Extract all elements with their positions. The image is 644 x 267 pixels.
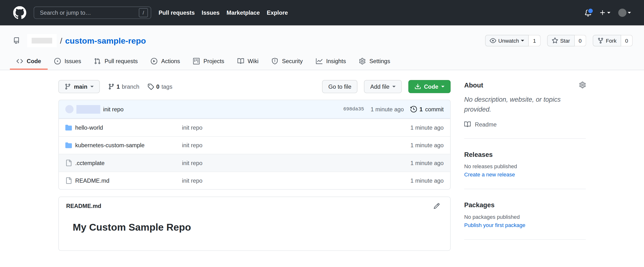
github-repo-page: / Pull requests Issues Marketplace Explo… xyxy=(0,0,644,267)
file-row[interactable]: .cctemplate init repo 1 minute ago xyxy=(59,154,450,172)
file-commit-time: 1 minute ago xyxy=(410,124,444,131)
main-content: main 1branch 0tags Go to file Add file xyxy=(58,80,586,251)
readme-filename: README.md xyxy=(66,203,101,209)
tags-link[interactable]: 0tags xyxy=(148,83,172,90)
file-commit-message[interactable]: init repo xyxy=(182,142,410,148)
file-icon xyxy=(65,160,72,166)
folder-icon xyxy=(65,142,72,148)
readme-card: README.md My Custom Sample Repo xyxy=(58,197,450,251)
repo-owner-redacted[interactable] xyxy=(27,34,57,47)
star-group: Star 0 xyxy=(547,35,586,46)
project-icon xyxy=(193,58,200,64)
code-download-button[interactable]: Code xyxy=(408,80,450,93)
commit-message-link[interactable]: init repo xyxy=(103,106,124,112)
tab-wiki[interactable]: Wiki xyxy=(231,53,265,70)
chevron-down-icon xyxy=(628,12,631,13)
file-commit-message[interactable]: init repo xyxy=(182,177,410,184)
issue-icon xyxy=(54,58,61,64)
file-name-link[interactable]: hello-world xyxy=(75,124,182,131)
history-icon xyxy=(410,106,417,112)
readme-heading: My Custom Sample Repo xyxy=(72,222,436,233)
packages-section: Packages No packages published Publish y… xyxy=(464,189,586,229)
repo-book-icon xyxy=(13,37,20,44)
about-title: About xyxy=(464,82,483,89)
readme-header: README.md xyxy=(59,197,450,212)
file-commit-message[interactable]: init repo xyxy=(182,160,410,166)
watchers-count[interactable]: 1 xyxy=(529,35,540,46)
releases-title: Releases xyxy=(464,151,586,159)
chevron-down-icon xyxy=(521,40,524,41)
search-box[interactable]: / xyxy=(34,6,151,19)
pull-request-icon xyxy=(94,58,101,64)
repo-title-row: / custom-sample-repo Unwatch 1 Star xyxy=(0,34,644,48)
plus-icon xyxy=(600,9,606,16)
file-commit-time: 1 minute ago xyxy=(410,142,444,148)
file-name-link[interactable]: .cctemplate xyxy=(75,160,182,166)
commit-author-redacted[interactable] xyxy=(76,105,100,113)
notification-dot xyxy=(587,8,594,14)
commit-author-avatar[interactable] xyxy=(65,105,74,113)
file-icon xyxy=(65,177,72,184)
repo-header: / custom-sample-repo Unwatch 1 Star xyxy=(0,25,644,70)
file-commit-message[interactable]: init repo xyxy=(182,124,410,131)
commits-history-link[interactable]: 1commit xyxy=(410,106,444,112)
file-row[interactable]: hello-world init repo 1 minute ago xyxy=(59,119,450,136)
breadcrumb-separator: / xyxy=(60,36,62,45)
avatar xyxy=(618,9,626,17)
file-name-link[interactable]: README.md xyxy=(75,177,182,184)
commit-sha-link[interactable]: 698da35 xyxy=(343,106,364,112)
create-release-link[interactable]: Create a new release xyxy=(464,172,515,178)
repo-actions: Unwatch 1 Star 0 Fork xyxy=(485,35,633,46)
header-right-cluster xyxy=(585,9,631,17)
goto-file-button[interactable]: Go to file xyxy=(322,80,358,93)
notifications-bell-icon[interactable] xyxy=(585,9,592,16)
repo-name-link[interactable]: custom-sample-repo xyxy=(65,36,146,45)
fork-icon xyxy=(597,37,604,44)
nav-pull-requests[interactable]: Pull requests xyxy=(158,9,195,16)
tab-pull-requests[interactable]: Pull requests xyxy=(88,53,144,70)
file-row[interactable]: README.md init repo 1 minute ago xyxy=(59,172,450,189)
about-settings-gear-icon[interactable] xyxy=(579,82,586,88)
branches-link[interactable]: 1branch xyxy=(108,83,139,90)
latest-commit-bar: init repo 698da35 1 minute ago 1commit xyxy=(59,100,450,119)
branch-selector-button[interactable]: main xyxy=(58,80,100,93)
star-button[interactable]: Star xyxy=(547,35,574,46)
stars-count[interactable]: 0 xyxy=(574,35,586,46)
top-header: / Pull requests Issues Marketplace Explo… xyxy=(0,0,644,25)
user-menu[interactable] xyxy=(618,9,631,17)
fork-group: Fork 0 xyxy=(592,35,633,46)
create-new-button[interactable] xyxy=(600,9,610,16)
chevron-down-icon xyxy=(441,86,444,87)
code-icon xyxy=(16,58,23,64)
fork-button[interactable]: Fork xyxy=(592,35,621,46)
git-branch-icon xyxy=(108,83,114,90)
forks-count[interactable]: 0 xyxy=(621,35,633,46)
tab-insights[interactable]: Insights xyxy=(309,53,352,70)
github-logo-icon[interactable] xyxy=(13,6,26,19)
commit-time: 1 minute ago xyxy=(370,106,404,112)
shield-icon xyxy=(272,58,278,64)
tab-security[interactable]: Security xyxy=(265,53,309,70)
tab-issues[interactable]: Issues xyxy=(48,53,88,70)
file-name-link[interactable]: kubernetes-custom-sample xyxy=(75,142,182,148)
file-commit-time: 1 minute ago xyxy=(410,160,444,166)
tab-settings[interactable]: Settings xyxy=(353,53,397,70)
nav-marketplace[interactable]: Marketplace xyxy=(226,9,260,16)
tab-actions[interactable]: Actions xyxy=(144,53,186,70)
search-input[interactable] xyxy=(39,9,139,16)
releases-empty-text: No releases published xyxy=(464,163,586,170)
unwatch-button[interactable]: Unwatch xyxy=(485,35,529,46)
nav-issues[interactable]: Issues xyxy=(202,9,220,16)
file-row[interactable]: kubernetes-custom-sample init repo 1 min… xyxy=(59,136,450,154)
edit-readme-pencil-icon[interactable] xyxy=(434,203,440,209)
publish-package-link[interactable]: Publish your first package xyxy=(464,222,526,228)
readme-anchor-link[interactable]: Readme xyxy=(464,121,586,127)
play-icon xyxy=(151,58,158,64)
packages-title: Packages xyxy=(464,202,586,209)
tab-code[interactable]: Code xyxy=(10,53,48,70)
nav-explore[interactable]: Explore xyxy=(267,9,288,16)
add-file-button[interactable]: Add file xyxy=(364,80,402,93)
tab-projects[interactable]: Projects xyxy=(187,53,231,70)
book-icon xyxy=(237,58,244,64)
packages-empty-text: No packages published xyxy=(464,214,586,220)
